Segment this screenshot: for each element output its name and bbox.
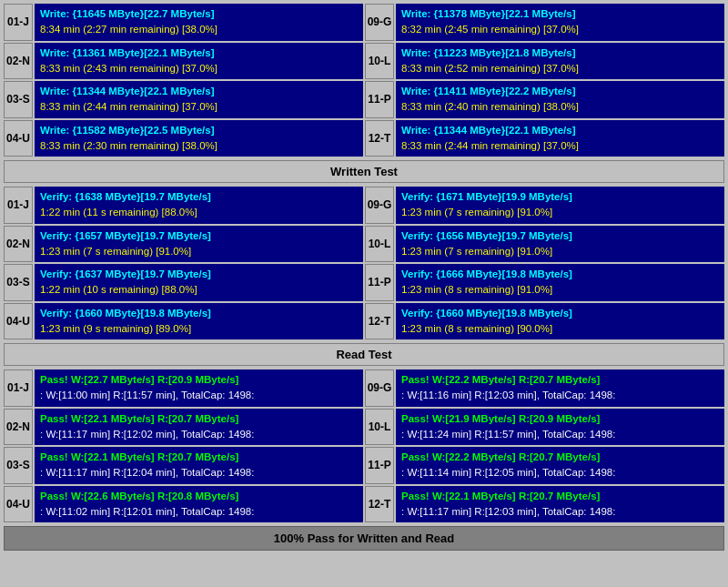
cell-line1: Pass! W:[22.1 MByte/s] R:[20.7 MByte/s] bbox=[40, 411, 358, 427]
data-row: 04-UVerify: {1660 MByte}[19.8 MByte/s]1:… bbox=[4, 303, 724, 340]
cell-line1: Pass! W:[22.1 MByte/s] R:[20.7 MByte/s] bbox=[401, 489, 719, 504]
data-row: 04-UPass! W:[22.6 MByte/s] R:[20.8 MByte… bbox=[4, 486, 724, 523]
device-id-right: 11-P bbox=[365, 81, 394, 118]
cell-line2: : W:[11:14 min] R:[12:05 min], TotalCap:… bbox=[401, 465, 719, 481]
cell-left: Pass! W:[22.6 MByte/s] R:[20.8 MByte/s]:… bbox=[35, 486, 363, 523]
cell-line2: 1:23 min (7 s remaining) [91.0%] bbox=[40, 244, 358, 259]
cell-line2: 8:33 min (2:30 min remaining) [38.0%] bbox=[40, 138, 358, 154]
device-id-right: 09-G bbox=[365, 4, 394, 41]
cell-left: Pass! W:[22.1 MByte/s] R:[20.7 MByte/s]:… bbox=[35, 447, 363, 484]
cell-line1: Write: {11411 MByte}[22.2 MByte/s] bbox=[401, 84, 719, 99]
cell-right: Verify: {1656 MByte}[19.7 MByte/s]1:23 m… bbox=[396, 226, 724, 263]
data-row: 04-UWrite: {11582 MByte}[22.5 MByte/s]8:… bbox=[4, 120, 724, 157]
cell-line1: Write: {11344 MByte}[22.1 MByte/s] bbox=[401, 123, 719, 138]
device-id-right: 12-T bbox=[365, 120, 394, 157]
cell-right: Verify: {1660 MByte}[19.8 MByte/s]1:23 m… bbox=[396, 303, 724, 340]
written-test-label: Written Test bbox=[330, 165, 398, 178]
cell-right: Verify: {1666 MByte}[19.8 MByte/s]1:23 m… bbox=[396, 264, 724, 301]
device-id-right: 09-G bbox=[365, 369, 394, 407]
device-id-right: 12-T bbox=[365, 303, 394, 340]
cell-line1: Verify: {1637 MByte}[19.7 MByte/s] bbox=[40, 267, 358, 282]
bottom-status-bar: 100% Pass for Written and Read bbox=[4, 526, 724, 551]
cell-line1: Verify: {1660 MByte}[19.8 MByte/s] bbox=[401, 306, 719, 321]
write-section: 01-JWrite: {11645 MByte}[22.7 MByte/s]8:… bbox=[4, 4, 724, 157]
cell-left: Write: {11361 MByte}[22.1 MByte/s]8:33 m… bbox=[35, 43, 363, 80]
cell-line2: 1:23 min (8 s remaining) [90.0%] bbox=[401, 321, 719, 337]
cell-line2: : W:[11:02 min] R:[12:01 min], TotalCap:… bbox=[40, 504, 358, 520]
cell-left: Pass! W:[22.1 MByte/s] R:[20.7 MByte/s]:… bbox=[35, 409, 363, 446]
data-row: 03-SVerify: {1637 MByte}[19.7 MByte/s]1:… bbox=[4, 264, 724, 301]
cell-line2: 8:33 min (2:44 min remaining) [37.0%] bbox=[401, 138, 719, 154]
cell-line1: Verify: {1638 MByte}[19.7 MByte/s] bbox=[40, 189, 358, 205]
cell-line2: : W:[11:24 min] R:[11:57 min], TotalCap:… bbox=[401, 427, 719, 442]
device-id-left: 04-U bbox=[4, 120, 33, 157]
cell-line1: Pass! W:[22.7 MByte/s] R:[20.9 MByte/s] bbox=[40, 372, 358, 388]
read-test-label: Read Test bbox=[336, 348, 391, 361]
cell-line2: 1:23 min (9 s remaining) [89.0%] bbox=[40, 321, 358, 337]
cell-line1: Pass! W:[21.9 MByte/s] R:[20.9 MByte/s] bbox=[401, 411, 719, 427]
cell-line2: 8:33 min (2:40 min remaining) [38.0%] bbox=[401, 99, 719, 115]
cell-line2: 8:33 min (2:52 min remaining) [37.0%] bbox=[401, 61, 719, 76]
cell-right: Pass! W:[22.1 MByte/s] R:[20.7 MByte/s]:… bbox=[396, 486, 724, 523]
cell-right: Pass! W:[21.9 MByte/s] R:[20.9 MByte/s]:… bbox=[396, 409, 724, 446]
cell-line2: : W:[11:00 min] R:[11:57 min], TotalCap:… bbox=[40, 388, 358, 403]
device-id-left: 04-U bbox=[4, 303, 33, 340]
cell-right: Write: {11378 MByte}[22.1 MByte/s]8:32 m… bbox=[396, 4, 724, 41]
data-row: 02-NPass! W:[22.1 MByte/s] R:[20.7 MByte… bbox=[4, 409, 724, 446]
device-id-left: 03-S bbox=[4, 81, 33, 118]
cell-line2: 1:23 min (7 s remaining) [91.0%] bbox=[401, 205, 719, 220]
cell-line2: : W:[11:16 min] R:[12:03 min], TotalCap:… bbox=[401, 388, 719, 403]
device-id-left: 02-N bbox=[4, 226, 33, 263]
device-id-left: 01-J bbox=[4, 187, 33, 224]
cell-line1: Write: {11361 MByte}[22.1 MByte/s] bbox=[40, 46, 358, 61]
device-id-right: 10-L bbox=[365, 43, 394, 80]
device-id-left: 03-S bbox=[4, 264, 33, 301]
cell-left: Verify: {1657 MByte}[19.7 MByte/s]1:23 m… bbox=[35, 226, 363, 263]
data-row: 01-JWrite: {11645 MByte}[22.7 MByte/s]8:… bbox=[4, 4, 724, 41]
cell-left: Verify: {1660 MByte}[19.8 MByte/s]1:23 m… bbox=[35, 303, 363, 340]
device-id-left: 02-N bbox=[4, 43, 33, 80]
device-id-right: 11-P bbox=[365, 447, 394, 484]
data-row: 02-NWrite: {11361 MByte}[22.1 MByte/s]8:… bbox=[4, 43, 724, 80]
device-id-left: 01-J bbox=[4, 369, 33, 407]
cell-line2: 1:23 min (8 s remaining) [91.0%] bbox=[401, 282, 719, 298]
cell-left: Verify: {1638 MByte}[19.7 MByte/s]1:22 m… bbox=[35, 187, 363, 224]
cell-line1: Write: {11344 MByte}[22.1 MByte/s] bbox=[40, 84, 358, 99]
device-id-left: 03-S bbox=[4, 447, 33, 484]
device-id-right: 10-L bbox=[365, 226, 394, 263]
device-id-right: 12-T bbox=[365, 486, 394, 523]
cell-line2: : W:[11:17 min] R:[12:02 min], TotalCap:… bbox=[40, 427, 358, 442]
cell-line1: Verify: {1660 MByte}[19.8 MByte/s] bbox=[40, 306, 358, 321]
cell-left: Pass! W:[22.7 MByte/s] R:[20.9 MByte/s]:… bbox=[35, 369, 363, 407]
device-id-left: 02-N bbox=[4, 409, 33, 446]
cell-line2: 8:33 min (2:43 min remaining) [37.0%] bbox=[40, 61, 358, 76]
device-id-left: 01-J bbox=[4, 4, 33, 41]
cell-right: Write: {11223 MByte}[21.8 MByte/s]8:33 m… bbox=[396, 43, 724, 80]
cell-line1: Pass! W:[22.6 MByte/s] R:[20.8 MByte/s] bbox=[40, 489, 358, 504]
data-row: 02-NVerify: {1657 MByte}[19.7 MByte/s]1:… bbox=[4, 226, 724, 263]
data-row: 03-SWrite: {11344 MByte}[22.1 MByte/s]8:… bbox=[4, 81, 724, 118]
cell-line2: 8:34 min (2:27 min remaining) [38.0%] bbox=[40, 22, 358, 37]
cell-line1: Verify: {1657 MByte}[19.7 MByte/s] bbox=[40, 228, 358, 244]
cell-right: Pass! W:[22.2 MByte/s] R:[20.7 MByte/s]:… bbox=[396, 447, 724, 484]
cell-line2: 1:22 min (11 s remaining) [88.0%] bbox=[40, 205, 358, 220]
cell-line1: Pass! W:[22.2 MByte/s] R:[20.7 MByte/s] bbox=[401, 450, 719, 465]
cell-line2: 8:32 min (2:45 min remaining) [37.0%] bbox=[401, 22, 719, 37]
device-id-right: 10-L bbox=[365, 409, 394, 446]
cell-right: Verify: {1671 MByte}[19.9 MByte/s]1:23 m… bbox=[396, 187, 724, 224]
device-id-right: 11-P bbox=[365, 264, 394, 301]
cell-right: Write: {11411 MByte}[22.2 MByte/s]8:33 m… bbox=[396, 81, 724, 118]
cell-line2: : W:[11:17 min] R:[12:04 min], TotalCap:… bbox=[40, 465, 358, 481]
cell-left: Write: {11582 MByte}[22.5 MByte/s]8:33 m… bbox=[35, 120, 363, 157]
bottom-status-text: 100% Pass for Written and Read bbox=[274, 531, 454, 545]
cell-line2: 8:33 min (2:44 min remaining) [37.0%] bbox=[40, 99, 358, 115]
data-row: 01-JVerify: {1638 MByte}[19.7 MByte/s]1:… bbox=[4, 187, 724, 224]
read-section: 01-JPass! W:[22.7 MByte/s] R:[20.9 MByte… bbox=[4, 369, 724, 522]
cell-right: Write: {11344 MByte}[22.1 MByte/s]8:33 m… bbox=[396, 120, 724, 157]
cell-left: Write: {11344 MByte}[22.1 MByte/s]8:33 m… bbox=[35, 81, 363, 118]
cell-line1: Write: {11645 MByte}[22.7 MByte/s] bbox=[40, 6, 358, 22]
cell-line2: 1:23 min (7 s remaining) [91.0%] bbox=[401, 244, 719, 259]
cell-line1: Write: {11378 MByte}[22.1 MByte/s] bbox=[401, 6, 719, 22]
cell-line1: Verify: {1666 MByte}[19.8 MByte/s] bbox=[401, 267, 719, 282]
cell-left: Verify: {1637 MByte}[19.7 MByte/s]1:22 m… bbox=[35, 264, 363, 301]
